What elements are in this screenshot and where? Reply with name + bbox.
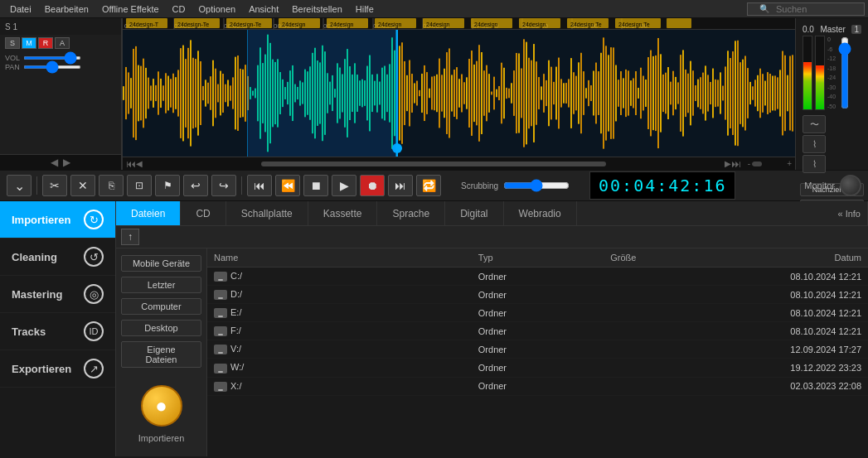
cell-date: 08.10.2024 12:21 (703, 304, 868, 322)
nav-start-icon[interactable]: ⏮ (126, 158, 136, 170)
pan-slider[interactable] (23, 65, 81, 69)
tab-digital[interactable]: Digital (445, 201, 503, 225)
spectrum-view-button[interactable]: ⌇ (803, 135, 826, 153)
prev-button[interactable]: ⏪ (275, 175, 300, 196)
goto-end-button[interactable]: ⏭ (388, 175, 413, 196)
track-area: S 1 S M R A VOL PAN ◀ ▶ (0, 18, 868, 170)
delete-button[interactable]: ✕ (70, 175, 95, 196)
nav-next-icon[interactable]: ▶ (725, 159, 731, 168)
table-row[interactable]: W:/ Ordner 19.12.2022 23:23 (207, 359, 868, 377)
location-letzter-button[interactable]: Letzter (121, 277, 201, 293)
location-computer-button[interactable]: Computer (121, 298, 201, 315)
waveform-view-button[interactable]: 〜 (803, 115, 826, 133)
menu-hilfe[interactable]: Hilfe (349, 4, 381, 14)
table-row[interactable]: F:/ Ordner 08.10.2024 12:21 (207, 322, 868, 340)
menu-cd[interactable]: CD (166, 4, 192, 14)
tab-webradio[interactable]: Webradio (504, 201, 577, 225)
track-r-button[interactable]: R (38, 37, 53, 49)
up-folder-button[interactable]: ↑ (121, 229, 139, 245)
table-row[interactable]: E:/ Ordner 08.10.2024 12:21 (207, 304, 868, 322)
flag-button[interactable]: ⚑ (155, 175, 180, 196)
info-panel-toggle[interactable]: « Info (832, 201, 868, 225)
vol-slider[interactable] (23, 56, 81, 60)
waveform-display[interactable]: // Will be generated dynamically (123, 30, 795, 157)
svg-text:24design: 24design (330, 22, 354, 28)
menu-bar: Datei Bearbeiten Offline Effekte CD Opti… (0, 0, 868, 18)
play-button[interactable]: ▶ (332, 175, 356, 196)
master-fader[interactable] (838, 36, 851, 109)
copy-button[interactable]: ⊡ (127, 175, 152, 196)
menu-ansicht[interactable]: Ansicht (242, 4, 285, 14)
svg-text:24design-T: 24design-T (129, 22, 159, 28)
col-name[interactable]: Name (207, 248, 472, 268)
vu-meter-right (815, 36, 825, 110)
time-display: 00:04:42:16 (589, 171, 735, 200)
selection-region (247, 30, 396, 157)
nav-left-icon[interactable]: ◀ (51, 157, 58, 168)
zoom-in-icon[interactable]: + (787, 159, 792, 168)
sidebar-item-exportieren[interactable]: Exportieren ↗ (0, 350, 115, 388)
track-m-button[interactable]: M (22, 37, 36, 49)
tab-schallplatte[interactable]: Schallplatte (226, 201, 308, 225)
sidebar-item-tracks[interactable]: Tracks ID (0, 313, 115, 350)
track-s-button[interactable]: S (5, 37, 20, 49)
search-box[interactable]: 🔍 (747, 2, 865, 16)
track-a-button[interactable]: A (55, 37, 70, 49)
col-date[interactable]: Datum (703, 248, 868, 268)
sidebar-item-mastering[interactable]: Mastering ◎ (0, 276, 115, 313)
expand-button[interactable]: ⌄ (7, 175, 32, 196)
info-label: Info (846, 209, 861, 219)
location-desktop-button[interactable]: Desktop (121, 320, 201, 336)
svg-text:24design: 24design (426, 22, 450, 28)
menu-optionen[interactable]: Optionen (192, 4, 243, 14)
table-row[interactable]: C:/ Ordner 08.10.2024 12:21 (207, 268, 868, 286)
search-input[interactable] (776, 4, 859, 14)
cell-size (604, 268, 703, 286)
nav-end-icon[interactable]: ⏭ (731, 158, 741, 170)
track-nav-row: ⏮ ◀ ▶ ⏭ - + (123, 157, 795, 170)
record-button[interactable]: ⏺ (360, 175, 385, 196)
tab-kassette[interactable]: Kassette (308, 201, 378, 225)
svg-text:24design: 24design (378, 22, 402, 28)
nav-prev-icon[interactable]: ◀ (136, 159, 143, 168)
sidebar-importieren-label: Importieren (12, 214, 71, 226)
bars-view-button[interactable]: ⌇ (803, 155, 826, 173)
scrubbing-slider[interactable] (503, 179, 570, 192)
menu-bereitstellen[interactable]: Bereitstellen (285, 4, 349, 14)
location-mobile-button[interactable]: Mobile Geräte (121, 255, 201, 272)
undo-button[interactable]: ↩ (183, 175, 208, 196)
tab-dateien[interactable]: Dateien (116, 201, 181, 225)
nav-right-icon[interactable]: ▶ (63, 157, 70, 168)
sidebar-exportieren-label: Exportieren (12, 363, 71, 375)
sidebar-item-importieren[interactable]: Importieren ↻ (0, 201, 115, 239)
import-circle-button[interactable]: ● (141, 385, 182, 427)
col-size[interactable]: Größe (604, 248, 703, 268)
cell-type: Ordner (472, 340, 604, 359)
menu-offline-effekte[interactable]: Offline Effekte (95, 4, 166, 14)
undo-history-button[interactable]: ⎘ (99, 175, 124, 196)
sidebar-item-cleaning[interactable]: Cleaning ↺ (0, 239, 115, 276)
menu-bearbeiten[interactable]: Bearbeiten (38, 4, 95, 14)
svg-text:24design Te: 24design Te (618, 22, 650, 28)
monitor-knob[interactable] (840, 175, 861, 196)
col-type[interactable]: Typ (472, 248, 604, 268)
table-row[interactable]: V:/ Ordner 12.09.2024 17:27 (207, 340, 868, 359)
waveform-canvas (123, 30, 795, 157)
scissors-button[interactable]: ✂ (42, 175, 67, 196)
redo-button[interactable]: ↪ (211, 175, 236, 196)
table-row[interactable]: X:/ Ordner 02.03.2023 22:08 (207, 377, 868, 395)
stop-button[interactable]: ⏹ (303, 175, 328, 196)
tab-sprache[interactable]: Sprache (377, 201, 445, 225)
tab-cd[interactable]: CD (181, 201, 225, 225)
sidebar-mastering-icon: ◎ (84, 284, 104, 304)
cell-name: C:/ (207, 268, 472, 286)
location-eigene-button[interactable]: Eigene Dateien (121, 341, 201, 368)
menu-datei[interactable]: Datei (3, 4, 38, 14)
table-row[interactable]: D:/ Ordner 08.10.2024 12:21 (207, 286, 868, 304)
goto-start-button[interactable]: ⏮ (247, 175, 272, 196)
svg-text:24design-Te: 24design-Te (177, 22, 209, 28)
loop-button[interactable]: 🔁 (416, 175, 441, 196)
transport-bar: ⌄ ✂ ✕ ⎘ ⊡ ⚑ ↩ ↪ ⏮ ⏪ ⏹ ▶ ⏺ ⏭ 🔁 Scrubbing … (0, 170, 868, 201)
content-area: Dateien CD Schallplatte Kassette Sprache… (116, 201, 868, 456)
zoom-out-icon[interactable]: - (748, 159, 750, 168)
